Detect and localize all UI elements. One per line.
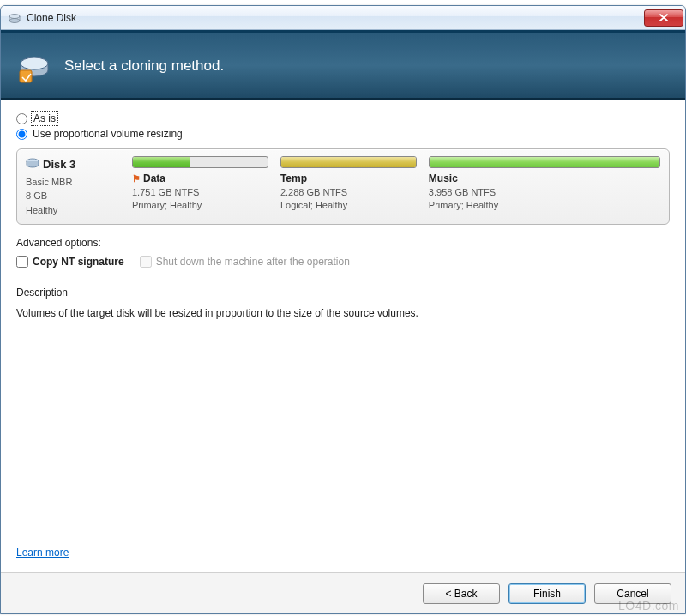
disk-status: Healthy — [26, 203, 120, 218]
volume-status: Logical; Healthy — [280, 199, 417, 212]
radio-as-is-row[interactable]: As is — [16, 112, 670, 124]
window-title: Clone Disk — [27, 12, 644, 24]
volume-status: Primary; Healthy — [429, 199, 660, 212]
svg-point-3 — [21, 57, 48, 69]
description-section: Description Volumes of the target disk w… — [16, 287, 670, 319]
checkbox-copy-nt-label: Copy NT signature — [33, 256, 124, 268]
radio-proportional-row[interactable]: Use proportional volume resizing — [16, 128, 670, 140]
disk-icon — [26, 156, 39, 173]
volume-status: Primary; Healthy — [132, 199, 268, 212]
radio-proportional[interactable] — [16, 129, 27, 140]
volume-size: 1.751 GB NTFS — [132, 186, 268, 199]
learn-more-link[interactable]: Learn more — [16, 547, 69, 559]
volume-bar — [429, 156, 660, 168]
description-header: Description — [16, 287, 670, 299]
svg-point-0 — [9, 18, 20, 22]
volume-temp[interactable]: Temp 2.288 GB NTFS Logical; Healthy — [277, 154, 420, 219]
svg-point-1 — [9, 14, 20, 18]
volume-name: Music — [429, 172, 458, 186]
volume-music[interactable]: Music 3.958 GB NTFS Primary; Healthy — [425, 154, 664, 219]
titlebar: Clone Disk — [1, 6, 685, 30]
finish-button[interactable]: Finish — [508, 583, 586, 604]
volume-name-row: Temp — [280, 172, 417, 186]
description-text: Volumes of the target disk will be resiz… — [16, 307, 670, 319]
disk-clone-icon — [16, 48, 52, 84]
checkbox-copy-nt-row[interactable]: Copy NT signature — [16, 256, 124, 268]
volume-size: 3.958 GB NTFS — [429, 186, 660, 199]
volume-bar — [132, 156, 268, 168]
checkbox-copy-nt[interactable] — [16, 256, 28, 268]
volume-bar — [280, 156, 417, 168]
radio-as-is[interactable] — [16, 113, 27, 124]
content-area: As is Use proportional volume resizing D… — [1, 100, 685, 319]
dialog-window: Clone Disk Select a cloning method. As i… — [0, 5, 686, 614]
checkbox-shutdown-row: Shut down the machine after the operatio… — [140, 256, 350, 268]
volume-name: Data — [143, 172, 165, 186]
radio-proportional-label: Use proportional volume resizing — [33, 128, 183, 140]
header-banner: Select a cloning method. — [1, 30, 685, 100]
disk-size: 8 GB — [26, 189, 120, 203]
close-button[interactable] — [644, 9, 683, 27]
checkbox-shutdown — [140, 256, 152, 268]
back-button[interactable]: < Back — [423, 583, 500, 604]
flag-icon: ⚑ — [132, 172, 141, 185]
disk-type: Basic MBR — [26, 175, 120, 190]
button-bar: < Back Finish Cancel — [1, 572, 685, 613]
volume-data[interactable]: ⚑ Data 1.751 GB NTFS Primary; Healthy — [129, 154, 272, 219]
disk-name-row: Disk 3 — [26, 156, 120, 173]
volume-name-row: Music — [429, 172, 660, 186]
advanced-options-label: Advanced options: — [16, 237, 670, 249]
disk-panel: Disk 3 Basic MBR 8 GB Healthy ⚑ Data 1.7… — [16, 148, 670, 225]
volume-size: 2.288 GB NTFS — [280, 186, 417, 199]
checkbox-row: Copy NT signature Shut down the machine … — [16, 256, 670, 268]
disk-info: Disk 3 Basic MBR 8 GB Healthy — [22, 154, 123, 219]
volume-name-row: ⚑ Data — [132, 172, 268, 186]
radio-as-is-label: As is — [33, 112, 57, 124]
app-icon — [8, 11, 21, 25]
disk-name: Disk 3 — [43, 156, 75, 173]
header-title: Select a cloning method. — [64, 57, 224, 75]
checkbox-shutdown-label: Shut down the machine after the operatio… — [156, 256, 350, 268]
cancel-button[interactable]: Cancel — [594, 583, 671, 604]
volume-name: Temp — [280, 172, 307, 186]
